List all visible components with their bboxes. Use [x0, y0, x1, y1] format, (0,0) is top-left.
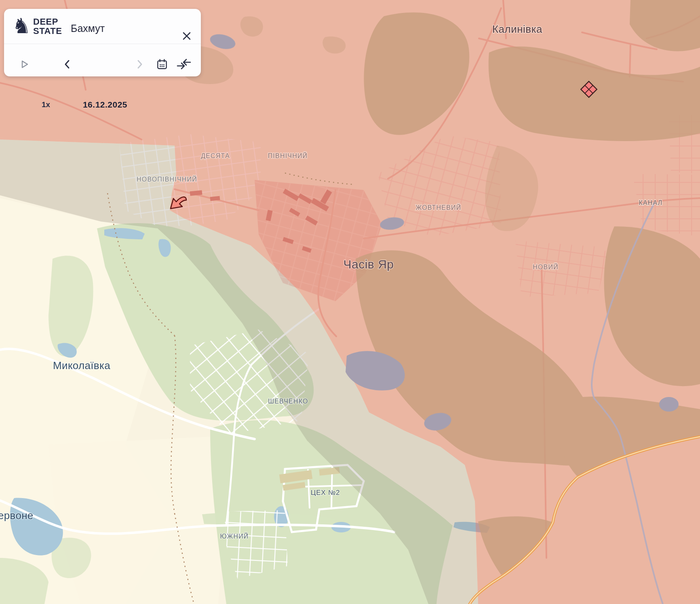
- bright-fields-south: [48, 437, 226, 604]
- map-label: ЮЖНИЙ: [220, 532, 249, 540]
- chevron-right-icon: [137, 59, 143, 69]
- map-label: ШЕВЧЕНКО: [268, 398, 308, 405]
- close-icon: [182, 31, 192, 41]
- map-label: ЖОВТНЕВИЙ: [416, 204, 462, 211]
- map-label: Калинівка: [492, 23, 542, 35]
- logo-line2: STATE: [33, 26, 62, 36]
- map-label: КАНАЛ: [639, 199, 662, 206]
- map-label: ДЕСЯТА: [201, 152, 230, 159]
- compare-dates-button[interactable]: [176, 59, 192, 70]
- map-label: Часів Яр: [344, 258, 394, 271]
- logo-line1: DEEP: [33, 17, 62, 26]
- playback-speed[interactable]: 1x: [42, 100, 50, 109]
- deepstate-logo-text: DEEP STATE: [33, 17, 62, 36]
- deepstate-map-app: КалинівкаЧасів ЯрМиколаївкаЧервонеДЕСЯТА…: [0, 0, 700, 604]
- chevron-left-icon: [64, 59, 70, 69]
- date-display[interactable]: 16.12.2025: [77, 100, 133, 110]
- region-title: Бахмут: [71, 23, 105, 34]
- play-icon: [21, 60, 29, 69]
- calendar-icon: [156, 58, 168, 70]
- panel-header: ♞ DEEP STATE Бахмут: [4, 9, 201, 44]
- map-canvas[interactable]: КалинівкаЧасів ЯрМиколаївкаЧервонеДЕСЯТА…: [0, 0, 700, 604]
- map-label: ЦЕХ №2: [311, 489, 340, 496]
- compare-dates-icon: [176, 59, 192, 70]
- close-button[interactable]: [180, 30, 193, 42]
- next-date-button[interactable]: [137, 59, 143, 69]
- map-label: ПІВНІЧНИЙ: [268, 152, 308, 159]
- control-panel: ♞ DEEP STATE Бахмут 1x 16.12.2025: [4, 9, 201, 76]
- play-button[interactable]: [21, 60, 29, 69]
- prev-date-button[interactable]: [64, 59, 70, 69]
- map-label: Миколаївка: [53, 359, 110, 372]
- map-label: НОВИЙ: [533, 263, 559, 270]
- timeline-controls: 1x 16.12.2025: [4, 44, 201, 76]
- calendar-button[interactable]: [156, 58, 168, 70]
- map-label: НОВОПІВНІЧНИЙ: [137, 175, 197, 183]
- deepstate-knight-logo-icon: ♞: [12, 15, 31, 37]
- map-label: Червоне: [0, 509, 34, 522]
